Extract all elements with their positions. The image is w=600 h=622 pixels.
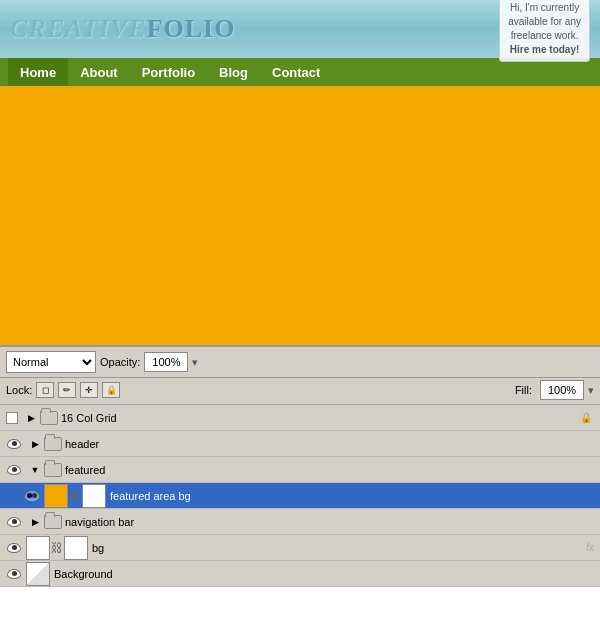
opacity-input[interactable] (144, 352, 188, 372)
layer-thumbnail-container (26, 562, 50, 586)
layer-visibility-eye[interactable] (2, 517, 26, 527)
folder-icon (44, 463, 62, 477)
fill-label: Fill: (515, 384, 532, 396)
nav-about[interactable]: About (68, 58, 130, 86)
layer-lock-badge: 🔒 (578, 411, 594, 425)
layer-row[interactable]: ▶ header (0, 431, 600, 457)
layers-panel: Normal Opacity: ▾ Lock: ◻ ✏ ✛ 🔒 Fill: ▾ … (0, 345, 600, 587)
layer-row[interactable]: ▶ navigation bar (0, 509, 600, 535)
layer-visibility-eye[interactable] (2, 439, 26, 449)
layers-list: ▶ 16 Col Grid 🔒 ▶ header ▼ featured (0, 405, 600, 587)
lock-row: Lock: ◻ ✏ ✛ 🔒 Fill: ▾ (0, 378, 600, 405)
hire-text: Hi, I'm currentlyavailable for anyfreela… (508, 2, 581, 55)
layer-visibility-eye[interactable] (20, 491, 44, 501)
nav-blog[interactable]: Blog (207, 58, 260, 86)
layer-name: featured (65, 464, 598, 476)
layer-name: header (65, 438, 598, 450)
site-header: CREATIVEFOLIO Hi, I'm currentlyavailable… (0, 0, 600, 58)
nav-contact[interactable]: Contact (260, 58, 332, 86)
site-content-area (0, 86, 600, 345)
fill-input[interactable] (540, 380, 584, 400)
lock-transparent-btn[interactable]: ◻ (36, 382, 54, 398)
layer-expand-arrow[interactable]: ▶ (26, 517, 44, 527)
website-preview: CREATIVEFOLIO Hi, I'm currentlyavailable… (0, 0, 600, 345)
layer-thumb-main (26, 536, 50, 560)
layer-visibility-eye[interactable] (2, 569, 26, 579)
fill-dropdown-arrow[interactable]: ▾ (588, 384, 594, 397)
logo-creative: CREATIVE (10, 14, 147, 43)
folder-icon (40, 411, 58, 425)
opacity-dropdown-arrow[interactable]: ▾ (192, 356, 198, 369)
layer-thumbnail-container: ⛓ (26, 536, 88, 560)
lock-label: Lock: (6, 384, 32, 396)
fx-badge: fx (586, 542, 594, 553)
layer-expand-arrow[interactable]: ▼ (26, 465, 44, 475)
folder-icon (44, 437, 62, 451)
opacity-label: Opacity: (100, 356, 140, 368)
site-nav: Home About Portfolio Blog Contact (0, 58, 600, 86)
nav-home[interactable]: Home (8, 58, 68, 86)
layer-row[interactable]: ⛓ featured area bg (0, 483, 600, 509)
nav-portfolio[interactable]: Portfolio (130, 58, 207, 86)
layer-thumb-main (26, 562, 50, 586)
site-logo: CREATIVEFOLIO (10, 14, 235, 44)
layer-visibility-eye[interactable] (2, 543, 26, 553)
layer-expand-arrow[interactable]: ▶ (22, 413, 40, 423)
folder-icon (44, 515, 62, 529)
layer-thumb-main (44, 484, 68, 508)
layer-row[interactable]: ▶ 16 Col Grid 🔒 (0, 405, 600, 431)
layer-name: navigation bar (65, 516, 598, 528)
lock-image-btn[interactable]: ✏ (58, 382, 76, 398)
layer-expand-arrow[interactable]: ▶ (26, 439, 44, 449)
layer-name: Background (54, 568, 598, 580)
logo-folio: FOLIO (147, 14, 236, 43)
layer-row[interactable]: ▼ featured (0, 457, 600, 483)
layer-thumb-mask (82, 484, 106, 508)
layer-row[interactable]: ⛓ bg fx (0, 535, 600, 561)
lock-position-btn[interactable]: ✛ (80, 382, 98, 398)
layer-thumbnail-container: ⛓ (44, 484, 106, 508)
ps-toolbar: Normal Opacity: ▾ (0, 347, 600, 378)
layer-thumb-mask (64, 536, 88, 560)
layer-name: 16 Col Grid (61, 412, 578, 424)
layer-visibility-checkbox[interactable] (2, 412, 22, 424)
hire-badge[interactable]: Hi, I'm currentlyavailable for anyfreela… (499, 0, 590, 62)
blend-mode-select[interactable]: Normal (6, 351, 96, 373)
layer-name: featured area bg (110, 490, 598, 502)
lock-all-btn[interactable]: 🔒 (102, 382, 120, 398)
layer-name: bg (92, 542, 586, 554)
chain-icon: ⛓ (69, 489, 81, 503)
layer-visibility-eye[interactable] (2, 465, 26, 475)
chain-icon: ⛓ (51, 541, 63, 555)
layer-row[interactable]: Background (0, 561, 600, 587)
